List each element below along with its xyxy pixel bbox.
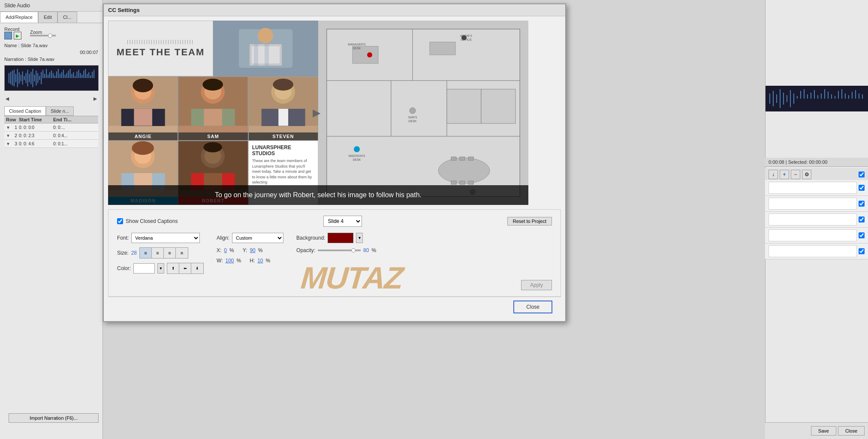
bg-color-arrow[interactable]: ▼ [356, 233, 363, 243]
cc-table-header: Row Start Time End Ti... [4, 116, 98, 123]
right-panel: 0:00:08 | Selected: 00:00:00 ↓ + − ⚙ [765, 0, 868, 439]
size-group: Size: 28 ≡ ≡ ≡ ≡ [117, 247, 204, 259]
scroll-left-arrow[interactable]: ◄ [4, 95, 10, 102]
align-group: Align: Custom Left Center Right [217, 233, 283, 243]
time-row: 00:00:07 [4, 50, 98, 55]
text-bottom-button[interactable]: ⬇ [191, 263, 203, 274]
close-button-right[interactable]: Close [838, 426, 865, 436]
record-controls: ▶ [4, 32, 21, 39]
svg-rect-178 [468, 181, 473, 184]
svg-text:ANGIE'S: ANGIE'S [460, 34, 472, 37]
tab-closed-caption[interactable]: Closed Caption [4, 106, 46, 116]
svg-text:MANAGER'S: MANAGER'S [348, 43, 366, 46]
meet-photo-top [213, 21, 318, 76]
right-cc-row-4 [765, 228, 868, 244]
table-row[interactable]: ▼ 3 0: 0: 4:6 0: 0:1... [4, 140, 98, 148]
show-cc-label: Show Closed Captions [126, 218, 178, 224]
col-end-time: End Ti... [53, 117, 79, 122]
opacity-percent: % [371, 247, 376, 253]
opacity-slider[interactable] [318, 250, 361, 251]
x-value[interactable]: 0 [224, 247, 227, 253]
x-group: X: 0 % [217, 247, 234, 253]
right-toolbar: ↓ + − ⚙ [765, 168, 868, 181]
slide-left: |||||||||||||||||||||||||||| MEET THE TE… [108, 21, 318, 205]
x-percent: % [229, 247, 234, 253]
table-row[interactable]: ▼ 2 0: 0: 2:3 0: 0:4... [4, 132, 98, 140]
svg-text:MADISON'S: MADISON'S [349, 154, 365, 157]
svg-text:DESK: DESK [353, 158, 361, 161]
align-right-button[interactable]: ≡ [164, 248, 176, 258]
right-text-area-1[interactable] [769, 182, 857, 194]
color-label: Color: [117, 265, 131, 271]
xy-group: X: 0 % Y: 90 % [217, 247, 283, 253]
w-label: W: [217, 258, 223, 264]
size-value[interactable]: 28 [131, 250, 137, 256]
record-play-button[interactable]: ▶ [14, 32, 21, 39]
size-label: Size: [117, 250, 129, 256]
right-text-area-5[interactable] [769, 245, 857, 257]
bg-color-swatch[interactable] [328, 233, 353, 243]
zoom-slider[interactable] [30, 35, 56, 36]
scroll-arrows: ◄ ► [4, 94, 98, 103]
text-middle-button[interactable]: ⬅ [179, 263, 191, 274]
right-checkbox-3[interactable] [859, 216, 865, 223]
row-start-1: 0: 0: 0:0 [19, 125, 53, 130]
close-dialog-button[interactable]: Close [513, 301, 552, 313]
record-section: Record ▶ Zoom Name : Slide 7a.wav 00:00:… [0, 23, 102, 151]
align-label: Align: [217, 235, 229, 241]
tab-add-replace[interactable]: Add/Replace [0, 12, 38, 23]
cc-settings-top: Show Closed Captions Slide 4 Slide 1 Sli… [117, 216, 552, 227]
import-narration-button[interactable]: Import Narration (F6)... [9, 413, 99, 423]
right-text-area-4[interactable] [769, 229, 857, 241]
y-value[interactable]: 90 [250, 247, 255, 253]
record-stop-button[interactable] [4, 32, 12, 39]
opacity-value[interactable]: 80 [363, 247, 369, 253]
apply-button[interactable]: Apply [521, 280, 552, 290]
svg-point-161 [354, 146, 360, 152]
slide-select[interactable]: Slide 4 Slide 1 Slide 2 Slide 3 Slide 5 [323, 216, 362, 227]
show-cc-checkbox[interactable] [117, 218, 123, 224]
person-sam-label: SAM [178, 132, 247, 140]
record-label: Record [4, 27, 21, 32]
right-text-area-2[interactable] [769, 198, 857, 210]
toolbar-checkbox[interactable] [859, 171, 865, 177]
toolbar-down-button[interactable]: ↓ [769, 170, 778, 179]
tab-slide-notes[interactable]: Slide n... [46, 106, 74, 116]
align-center-button[interactable]: ≡ [152, 248, 164, 258]
left-panel: Slide Audio Add/Replace Edit Cl... Recor… [0, 0, 103, 439]
row-start-3: 0: 0: 4:6 [19, 141, 53, 146]
font-select[interactable]: Verdana Arial Times New Roman [131, 233, 200, 243]
scroll-right-arrow[interactable]: ► [92, 95, 98, 102]
opacity-thumb[interactable] [351, 248, 356, 253]
person-sam[interactable]: SAM [178, 76, 248, 141]
toolbar-add-button[interactable]: + [780, 170, 789, 179]
left-panel-title: Slide Audio [0, 0, 102, 12]
reset-to-project-button[interactable]: Reset to Project [507, 217, 552, 226]
color-dropdown-arrow[interactable]: ▼ [157, 263, 164, 274]
right-cc-row-1 [765, 180, 868, 196]
align-select[interactable]: Custom Left Center Right [232, 233, 283, 243]
person-angie[interactable]: ANGIE [108, 76, 178, 141]
text-top-button[interactable]: ⬆ [167, 263, 179, 274]
svg-rect-133 [278, 109, 288, 126]
svg-point-172 [438, 158, 490, 183]
tab-cl[interactable]: Cl... [57, 12, 77, 23]
w-value[interactable]: 100 [225, 258, 234, 264]
right-checkbox-5[interactable] [859, 248, 865, 254]
person-steven[interactable]: STEVEN [248, 76, 318, 141]
save-button[interactable]: Save [811, 426, 836, 436]
h-value[interactable]: 10 [257, 258, 263, 264]
tab-edit[interactable]: Edit [38, 12, 57, 23]
color-swatch[interactable] [133, 263, 155, 274]
right-checkbox-1[interactable] [859, 185, 865, 191]
align-left-button[interactable]: ≡ [140, 248, 152, 258]
align-justify-button[interactable]: ≡ [176, 248, 188, 258]
right-checkbox-2[interactable] [859, 201, 865, 207]
col-start-time: Start Time [19, 117, 53, 122]
toolbar-settings-button[interactable]: ⚙ [802, 170, 811, 179]
right-text-area-3[interactable] [769, 213, 857, 226]
toolbar-remove-button[interactable]: − [791, 170, 800, 179]
right-checkbox-4[interactable] [859, 232, 865, 238]
table-row[interactable]: ▼ 1 0: 0: 0:0 0: 0:... [4, 123, 98, 132]
zoom-thumb[interactable] [48, 33, 52, 38]
